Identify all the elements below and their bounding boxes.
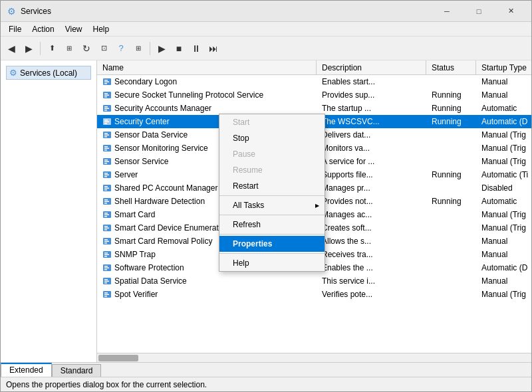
svg-rect-22 [104,147,109,149]
service-startup: Manual (Trig [476,208,531,221]
table-row[interactable]: Secondary Logon Enables start... Manual [97,75,531,88]
service-desc: Monitors va... [317,142,426,154]
service-icon [102,144,112,153]
service-startup: Manual [476,88,531,101]
ctx-pause[interactable]: Pause [219,146,325,162]
left-panel-title[interactable]: ⚙ Services (Local) [6,66,91,80]
col-header-status[interactable]: Status [426,60,476,74]
svg-rect-46 [104,227,109,229]
show-hide-button[interactable]: ⊞ [61,41,77,56]
svg-rect-13 [104,120,108,121]
service-status [426,221,476,234]
refresh-button[interactable]: ↻ [78,41,94,56]
ctx-refresh[interactable]: Refresh [219,217,325,233]
minimize-button[interactable]: ─ [432,2,462,21]
ctx-restart[interactable]: Restart [219,178,325,194]
ctx-separator-2 [219,215,325,215]
service-icon [102,157,112,166]
left-panel: ⚙ Services (Local) [1,60,97,362]
svg-rect-23 [104,149,107,151]
service-desc: The WSCSVC... [317,115,426,128]
svg-rect-37 [104,199,108,201]
svg-rect-41 [104,213,108,214]
forward-button[interactable]: ▶ [21,41,37,56]
svg-rect-6 [104,94,109,96]
ctx-start[interactable]: Start [219,114,325,130]
service-status: Running [426,168,476,181]
col-header-name[interactable]: Name [97,60,317,74]
service-name: Secure Socket Tunneling Protocol Service [97,88,317,101]
play-button[interactable]: ▶ [154,41,170,56]
table-row[interactable]: Spatial Data Service This service i... M… [97,274,531,288]
service-status [426,235,476,247]
svg-rect-11 [104,110,107,111]
ctx-resume[interactable]: Resume [219,162,325,178]
view-button[interactable]: ⊞ [130,41,146,56]
service-status: Running [426,195,476,207]
service-desc: Supports file... [317,168,426,181]
service-status [426,75,476,88]
stop-button[interactable]: ■ [171,41,187,56]
table-row[interactable]: Security Accounts Manager The startup ..… [97,102,531,115]
svg-rect-58 [104,267,109,268]
export-button[interactable]: ⊡ [96,41,112,56]
ctx-help[interactable]: Help [219,255,325,271]
tab-extended[interactable]: Extended [1,363,52,377]
main-content: ⚙ Services (Local) Name Description Stat… [1,60,531,362]
col-header-description[interactable]: Description [317,60,426,74]
service-icon [102,290,112,299]
service-status [426,274,476,287]
title-text: Services [21,7,432,16]
menu-action[interactable]: Action [27,23,59,35]
svg-rect-63 [104,282,107,284]
service-name: Security Accounts Manager [97,102,317,114]
menu-help[interactable]: Help [88,23,115,35]
back-button[interactable]: ◀ [3,41,19,56]
service-desc: Verifies pote... [317,288,426,300]
services-window: ⚙ Services ─ □ ✕ File Action View Help ◀… [0,0,532,392]
svg-rect-42 [104,214,109,215]
svg-rect-14 [104,121,109,122]
close-button[interactable]: ✕ [495,2,526,21]
service-status: Running [426,115,476,128]
services-local-icon: ⚙ [9,68,17,78]
service-desc: Manages ac... [317,208,426,221]
col-header-startup[interactable]: Startup Type [476,60,531,74]
horizontal-scrollbar[interactable] [97,353,531,362]
ctx-separator-3 [219,234,325,235]
table-row[interactable]: Spot Verifier Verifies pote... Manual (T… [97,288,531,301]
svg-rect-51 [104,243,107,244]
svg-rect-19 [104,136,107,138]
table-row[interactable]: Secure Socket Tunneling Protocol Service… [97,88,531,102]
restart-button[interactable]: ⏭ [205,41,221,56]
menu-view[interactable]: View [60,23,88,35]
svg-rect-30 [104,174,109,175]
menu-file[interactable]: File [3,23,27,35]
properties-button[interactable]: ? [113,41,129,56]
svg-rect-39 [104,203,107,204]
up-button[interactable]: ⬆ [44,41,60,56]
ctx-stop[interactable]: Stop [219,130,325,146]
service-startup: Manual (Trig [476,288,531,300]
tab-standard[interactable]: Standard [52,364,102,377]
title-bar-buttons: ─ □ ✕ [432,2,526,21]
service-desc: Enables start... [317,75,426,88]
service-desc: Provides not... [317,195,426,207]
svg-rect-38 [104,201,109,202]
svg-rect-2 [104,81,109,82]
svg-rect-7 [104,96,107,98]
maximize-button[interactable]: □ [464,2,494,21]
svg-rect-67 [104,296,107,297]
status-bar: Opens the properties dialog box for the … [1,377,531,391]
service-startup: Automatic (D [476,261,531,274]
service-desc: Delivers dat... [317,128,426,141]
svg-rect-1 [104,80,108,81]
service-status [426,142,476,154]
ctx-properties[interactable]: Properties [219,236,325,252]
ctx-all-tasks[interactable]: All Tasks [219,197,325,213]
svg-rect-62 [104,280,109,282]
table-header: Name Description Status Startup Type [97,60,531,75]
service-desc: Creates soft... [317,221,426,234]
pause-button[interactable]: ⏸ [188,41,204,56]
service-startup: Manual [476,235,531,247]
